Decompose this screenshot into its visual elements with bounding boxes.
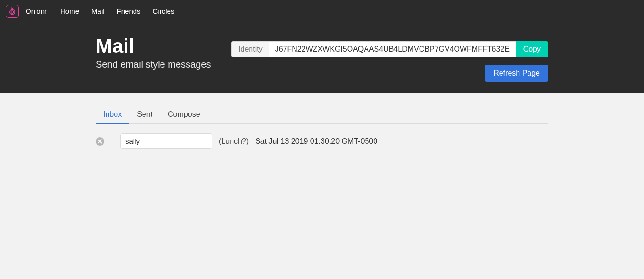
- identity-label: Identity: [231, 41, 269, 57]
- identity-row: Identity Copy: [231, 41, 548, 57]
- tab-compose[interactable]: Compose: [160, 106, 207, 124]
- mail-list: (Lunch?) Sat Jul 13 2019 01:30:20 GMT-05…: [96, 124, 548, 149]
- copy-button[interactable]: Copy: [516, 41, 548, 57]
- tab-inbox[interactable]: Inbox: [96, 106, 129, 124]
- mail-tabs: Inbox Sent Compose: [96, 106, 548, 124]
- mail-row: (Lunch?) Sat Jul 13 2019 01:30:20 GMT-05…: [96, 133, 548, 149]
- svg-point-1: [11, 10, 13, 13]
- content-area: Inbox Sent Compose (Lunch?) Sat Jul 13 2…: [49, 93, 595, 149]
- sender-input[interactable]: [120, 133, 212, 149]
- top-navbar: Onionr Home Mail Friends Circles: [0, 0, 644, 22]
- nav-home[interactable]: Home: [57, 7, 82, 15]
- brand-name: Onionr: [26, 7, 47, 15]
- mail-date: Sat Jul 13 2019 01:30:20 GMT-0500: [255, 137, 377, 146]
- onionr-logo-icon: [6, 5, 19, 18]
- nav-friends[interactable]: Friends: [114, 7, 143, 15]
- tab-sent[interactable]: Sent: [129, 106, 160, 124]
- nav-mail[interactable]: Mail: [89, 7, 107, 15]
- hero-section: Mail Send email style messages Identity …: [0, 22, 644, 93]
- page-title: Mail: [96, 35, 211, 57]
- nav-circles[interactable]: Circles: [150, 7, 178, 15]
- page-subtitle: Send email style messages: [96, 59, 211, 70]
- identity-input[interactable]: [269, 41, 516, 57]
- svg-point-0: [10, 9, 15, 15]
- delete-icon[interactable]: [96, 137, 104, 146]
- mail-subject: (Lunch?): [219, 137, 249, 146]
- refresh-page-button[interactable]: Refresh Page: [485, 65, 548, 82]
